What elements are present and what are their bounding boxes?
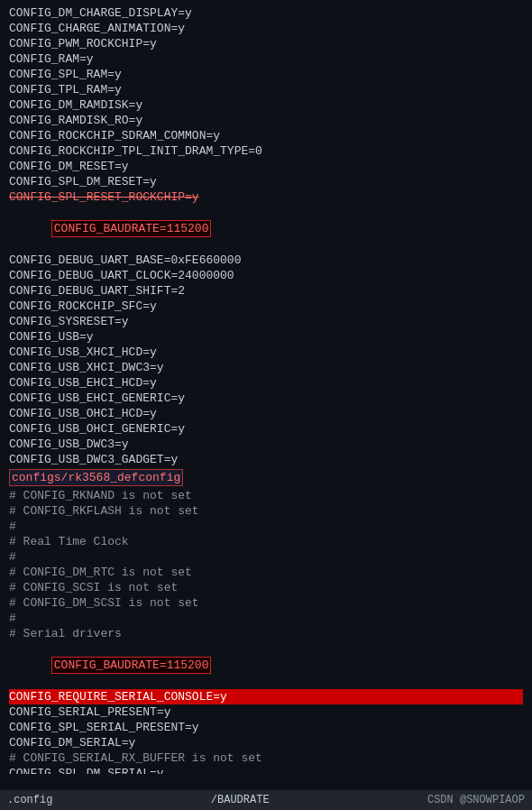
status-config: .config <box>7 794 52 806</box>
line-11: CONFIG_DM_RESET=y <box>9 159 523 174</box>
line-10: CONFIG_ROCKCHIP_TPL_INIT_DRAM_TYPE=0 <box>9 143 523 159</box>
line-7: CONFIG_DM_RAMDISK=y <box>9 97 523 113</box>
line-21: CONFIG_USB_XHCI_HCD=y <box>9 345 523 360</box>
line-28: CONFIG_USB_DWC3_GADGET=y <box>9 452 523 467</box>
line-24: CONFIG_USB_EHCI_GENERIC=y <box>9 391 523 406</box>
section-line-6: # CONFIG_DM_RTC is not set <box>9 565 523 580</box>
section-line-serial-rx: # CONFIG_SERIAL_RX_BUFFER is not set <box>9 750 523 766</box>
section-line-7: # CONFIG_SCSI is not set <box>9 580 523 595</box>
line-4: CONFIG_RAM=y <box>9 51 523 67</box>
section-line-3: # <box>9 519 523 534</box>
line-12: CONFIG_SPL_DM_RESET=y <box>9 174 523 189</box>
section-line-serial-present: CONFIG_SERIAL_PRESENT=y <box>9 704 523 720</box>
line-14-highlight: CONFIG_BAUDRATE=115200 <box>9 205 523 253</box>
line-9: CONFIG_ROCKCHIP_SDRAM_COMMON=y <box>9 128 523 143</box>
section-line-rtc-header: # Real Time Clock <box>9 534 523 549</box>
file-tab[interactable]: configs/rk3568_defconfig <box>9 469 183 486</box>
status-bar: .config /BAUDRATE CSDN @SNOWPIAOP <box>0 790 532 810</box>
status-search: /BAUDRATE <box>211 794 270 806</box>
line-25: CONFIG_USB_OHCI_HCD=y <box>9 406 523 421</box>
section-line-2: # CONFIG_RKFLASH is not set <box>9 503 523 519</box>
line-22: CONFIG_USB_XHCI_DWC3=y <box>9 360 523 375</box>
line-6: CONFIG_TPL_RAM=y <box>9 82 523 97</box>
line-13-strikethrough: CONFIG_SPL_RESET_ROCKCHIP=y <box>9 189 523 205</box>
code-content: CONFIG_DM_CHARGE_DISPLAY=y CONFIG_CHARGE… <box>5 4 527 774</box>
section-line-serial-header: # Serial drivers <box>9 626 523 641</box>
line-27: CONFIG_USB_DWC3=y <box>9 437 523 452</box>
baudrate-highlight-1: CONFIG_BAUDRATE=115200 <box>51 220 212 237</box>
line-19: CONFIG_SYSRESET=y <box>9 314 523 329</box>
line-20: CONFIG_USB=y <box>9 329 523 345</box>
section-line-spl-dm: CONFIG_SPL_DM_SERIAL=y <box>9 766 523 774</box>
line-26: CONFIG_USB_OHCI_GENERIC=y <box>9 421 523 437</box>
line-2: CONFIG_CHARGE_ANIMATION=y <box>9 21 523 36</box>
section-line-dm-serial: CONFIG_DM_SERIAL=y <box>9 735 523 750</box>
line-15: CONFIG_DEBUG_UART_BASE=0xFE660000 <box>9 253 523 268</box>
line-16: CONFIG_DEBUG_UART_CLOCK=24000000 <box>9 268 523 283</box>
baudrate-highlight-2: CONFIG_BAUDRATE=115200 <box>51 657 212 674</box>
line-23: CONFIG_USB_EHCI_HCD=y <box>9 375 523 391</box>
baudrate-line-2: CONFIG_BAUDRATE=115200 <box>9 641 523 689</box>
serial-console-line: CONFIG_REQUIRE_SERIAL_CONSOLE=y <box>9 689 523 704</box>
line-17: CONFIG_DEBUG_UART_SHIFT=2 <box>9 283 523 299</box>
section-line-8: # CONFIG_DM_SCSI is not set <box>9 595 523 611</box>
section-line-5: # <box>9 549 523 565</box>
line-3: CONFIG_PWM_ROCKCHIP=y <box>9 36 523 51</box>
status-author: CSDN @SNOWPIAOP <box>427 794 525 806</box>
line-18: CONFIG_ROCKCHIP_SFC=y <box>9 299 523 314</box>
section-line-9: # <box>9 611 523 626</box>
line-8: CONFIG_RAMDISK_RO=y <box>9 113 523 128</box>
section-line-spl-serial: CONFIG_SPL_SERIAL_PRESENT=y <box>9 720 523 735</box>
terminal-window: CONFIG_DM_CHARGE_DISPLAY=y CONFIG_CHARGE… <box>0 0 532 810</box>
section-line-1: # CONFIG_RKNAND is not set <box>9 488 523 503</box>
line-1: CONFIG_DM_CHARGE_DISPLAY=y <box>9 5 523 21</box>
line-5: CONFIG_SPL_RAM=y <box>9 67 523 82</box>
